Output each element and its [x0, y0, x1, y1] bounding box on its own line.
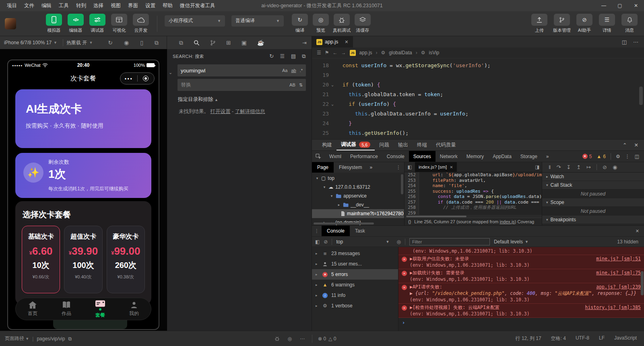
mode-select[interactable]: 小程序模式▼ — [165, 15, 225, 27]
filter-warnings[interactable]: ▸▲6 warnings — [312, 280, 398, 290]
outline-icon[interactable]: ☰ — [317, 50, 321, 56]
fold-icon[interactable]: ⌄ — [329, 99, 336, 109]
tab-output[interactable]: 输出 — [394, 140, 413, 150]
watch-section[interactable]: ▸Watch — [542, 173, 644, 181]
settings-gear-icon[interactable]: ⚙ — [616, 154, 620, 159]
menu-help[interactable]: 帮助 — [159, 2, 176, 9]
show-sidebar-icon[interactable]: ◧ — [315, 239, 320, 245]
step-into-icon[interactable]: ↧ — [566, 164, 571, 170]
refresh-icon[interactable]: ↻ — [108, 39, 113, 46]
avatar[interactable] — [5, 18, 16, 29]
sources-code[interactable]: 252 url: `${app.globalData.apiBase}/uplo… — [405, 172, 542, 215]
filter-errors[interactable]: ▸✕5 errors — [312, 269, 398, 280]
expand-replace-icon[interactable]: ⌄ — [169, 70, 172, 75]
package-option-basic[interactable]: 基础次卡 ¥6.60 10次 ¥0.66/次 — [22, 226, 60, 293]
tab-app-js[interactable]: JS app.js ✕ — [312, 36, 353, 47]
code-editor[interactable]: 18 const userInfo = wx.getStorageSync('u… — [312, 58, 644, 139]
record-icon[interactable]: ◉ — [124, 39, 129, 46]
collapse-icon[interactable]: ⌃ — [623, 142, 627, 148]
learn-more-link[interactable]: 了解详细信息 — [235, 109, 265, 114]
tab-wxml[interactable]: Wxml — [325, 151, 346, 162]
exit-icon[interactable] — [138, 76, 155, 81]
package-option-deluxe[interactable]: 豪华次卡 ¥99.00 260次 ¥0.38/次 — [107, 226, 145, 293]
error-count[interactable]: ⊗ 0 — [318, 336, 326, 342]
source-link[interactable]: app.js? [sm]:239 — [591, 284, 641, 290]
source-link[interactable]: mine.js? [sm]:51 — [591, 256, 641, 262]
close-tab-icon[interactable]: ✕ — [345, 39, 348, 45]
files-icon[interactable]: ⧉ — [179, 39, 183, 46]
drag-handle-icon[interactable]: ⋮ — [312, 226, 322, 236]
breadcrumb-symbol[interactable]: isVip — [429, 50, 439, 56]
scope-section[interactable]: ▾Scope — [542, 198, 644, 207]
context-select[interactable]: top▼ — [336, 239, 392, 245]
search-input[interactable]: youmingwl Aa ab .* — [178, 64, 306, 76]
forward-icon[interactable]: → — [341, 50, 346, 56]
collapse-panel-icon[interactable]: ⇥ — [302, 40, 307, 46]
dock-side-icon[interactable]: ◫ — [635, 154, 639, 159]
tab-home[interactable]: 首页 — [16, 301, 50, 317]
maximize-icon[interactable]: ▢ — [612, 0, 628, 11]
hide-navigator-icon[interactable]: ◧ — [405, 162, 415, 172]
menu-edit[interactable]: 编辑 — [38, 2, 55, 9]
page-path-select[interactable]: 页面路径 ▼ — [5, 335, 29, 342]
call-stack-section[interactable]: ▾Call Stack — [542, 181, 644, 189]
language-mode[interactable]: JavaScript — [614, 335, 637, 342]
tab-network[interactable]: Network — [436, 151, 462, 162]
encoding[interactable]: UTF-8 — [576, 335, 589, 342]
open-in-editor-icon[interactable]: ▤ — [291, 53, 296, 60]
more-tabs-icon[interactable]: » — [542, 151, 553, 162]
regex-icon[interactable]: .* — [300, 68, 303, 73]
source-control-icon[interactable] — [210, 40, 216, 46]
tree-item-mainframe[interactable]: mainframe?t=1762942780 — [312, 209, 404, 218]
tab-console[interactable]: Console — [382, 151, 409, 162]
clear-cache-button[interactable]: 清缓存 — [354, 14, 372, 33]
breakpoints-section[interactable]: ▾Breakpoints — [542, 216, 644, 224]
tab-page[interactable]: Page — [312, 162, 334, 173]
more-icon[interactable]: ●●● — [120, 77, 137, 80]
tab-performance[interactable]: Performance — [346, 151, 382, 162]
more-options-icon[interactable]: ⋯ — [300, 336, 305, 342]
device-select[interactable]: iPhone 6/7/8 100% 17 — [4, 40, 52, 45]
cursor-position[interactable]: 行 12, 列 17 — [516, 335, 541, 342]
close-icon[interactable]: ✕ — [636, 226, 639, 236]
console-message[interactable]: ✕ ▶[检查待处理视频] 失败: 云端API未配置history.js? [sm… — [398, 304, 644, 318]
deactivate-breakpoints-icon[interactable]: ⊘ — [603, 164, 607, 170]
scrollbar[interactable] — [405, 215, 542, 218]
menu-select[interactable]: 选择 — [90, 2, 107, 9]
warning-count[interactable]: △ 0 — [328, 336, 336, 342]
tab-build[interactable]: 构建 — [318, 140, 336, 150]
teapot-icon[interactable]: ☕ — [257, 39, 264, 46]
upload-button[interactable]: 上传 — [530, 14, 548, 33]
filter-user-messages[interactable]: ▸ 15 user mes... — [312, 259, 398, 269]
step-out-icon[interactable]: ↥ — [576, 164, 581, 170]
cloud-dev-button[interactable]: 云开发 — [132, 14, 150, 33]
menu-file[interactable]: 文件 — [21, 2, 38, 9]
console-message[interactable]: ✕ ▶加载统计失败: 需要登录mine.js? [sm]:75 (env: Wi… — [398, 269, 644, 283]
close-icon[interactable]: ✕ — [628, 0, 644, 11]
ai-assistant-button[interactable]: ⊘ AI助手 — [576, 14, 593, 33]
scrollbar[interactable] — [401, 174, 403, 194]
tab-appdata[interactable]: AppData — [488, 151, 516, 162]
menu-interface[interactable]: 界面 — [124, 2, 142, 9]
whole-word-icon[interactable]: ab — [291, 68, 296, 73]
menu-project[interactable]: 项目 — [3, 2, 21, 9]
tab-console[interactable]: Console — [322, 226, 350, 236]
console-prompt[interactable]: › — [398, 318, 644, 327]
replace-all-icon[interactable]: ⇅ — [299, 82, 303, 88]
menu-devtools[interactable]: 微信开发者工具 — [176, 2, 219, 9]
show-debugger-icon[interactable]: ◨ — [535, 162, 542, 172]
simulator-button[interactable]: 模拟器 — [45, 14, 63, 33]
console-message[interactable]: ✕ ▶API请求失败:app.js? [sm]:239 ▶ {url: "/vi… — [398, 283, 644, 304]
replace-input[interactable]: 替换 AB ⇅ — [178, 79, 306, 91]
version-control-button[interactable]: 版本管理 — [553, 14, 571, 33]
bookmark-icon[interactable]: ⚑ — [325, 50, 329, 56]
breadcrumb-file[interactable]: app.js — [359, 50, 372, 56]
braces-icon[interactable]: {} — [408, 219, 411, 224]
menu-settings[interactable]: 设置 — [142, 2, 159, 9]
editor-button[interactable]: </> 编辑器 — [67, 14, 85, 33]
tree-item-top[interactable]: ▾ ▢ top — [312, 174, 404, 183]
hot-reload-toggle[interactable]: 热重载 开 — [66, 39, 87, 46]
menu-goto[interactable]: 转到 — [72, 2, 90, 9]
real-device-debug-button[interactable]: 真机调试 — [333, 14, 351, 33]
match-case-icon[interactable]: Aa — [282, 68, 287, 73]
